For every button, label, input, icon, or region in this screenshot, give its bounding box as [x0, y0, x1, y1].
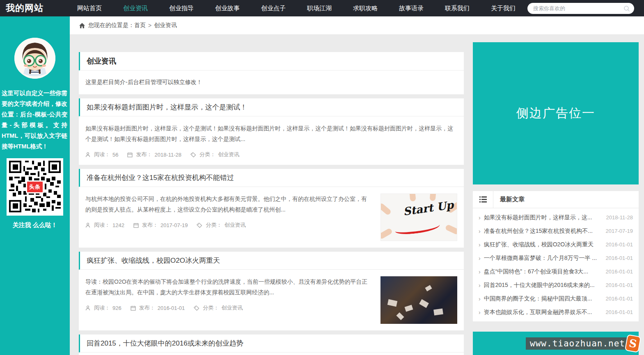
article-title[interactable]: 疯狂扩张、收缩战线，校园O2O冰火两重天: [79, 252, 464, 270]
article-body: Start Up 与杭州本地的投资公司不同，在杭的外地投资机构大多都有美元背景。…: [79, 187, 464, 248]
article-thumbnail-startup[interactable]: Start Up: [380, 193, 457, 241]
article-excerpt: 与杭州本地的投资公司不同，在杭的外地投资机构大多都有美元背景。他们之中，有的在杭…: [85, 193, 372, 215]
latest-articles-header: 最新文章: [473, 191, 639, 208]
latest-item-title: 回首2015，十位大佬眼中的2016或未来的...: [484, 282, 602, 289]
latest-item-title: 中国商界的圈子文化：揭秘中国四大最顶...: [484, 295, 602, 303]
latest-item-date: 2018-11-28: [606, 214, 633, 221]
article-card: 如果没有标题封面图片时，这样显示，这个是测试！ 如果没有标题封面图片时，这样显示…: [79, 98, 464, 165]
chevron-right-icon: ›: [479, 282, 481, 289]
nav-item-news[interactable]: 创业资讯: [112, 0, 158, 16]
top-nav: 我的网站 网站首页 创业资讯 创业指导 创业故事 创业点子 职场江湖 求职攻略 …: [0, 0, 644, 16]
latest-item[interactable]: ›一个草根微商暴富梦破：几个月8万亏一半 ...2016-01-01: [479, 251, 633, 265]
calendar-icon: [131, 305, 136, 311]
chevron-right-icon: ›: [479, 309, 481, 316]
latest-item[interactable]: ›资本也能娱乐化，互联网金融跨界娱乐不...2016-01-01: [479, 305, 633, 319]
main-column: 创业资讯 这里是栏目简介-后台栏目管理可以独立修改！ 如果没有标题封面图片时，这…: [79, 52, 464, 355]
latest-item-date: 2016-01-01: [606, 255, 633, 261]
nav-item-jobhunt[interactable]: 求职攻略: [342, 0, 388, 16]
breadcrumb: 您现在的位置是： 首页 > 创业资讯: [70, 16, 644, 35]
article-title[interactable]: 如果没有标题封面图片时，这样显示，这个是测试！: [79, 98, 464, 116]
thumbnail-text: Start Up: [403, 200, 454, 217]
reads-value: 926: [112, 305, 121, 311]
breadcrumb-separator: >: [148, 22, 151, 29]
nav-item-idea[interactable]: 创业点子: [250, 0, 296, 16]
sidebar-ad-1[interactable]: 侧边广告位一: [473, 42, 639, 184]
tag-icon: [190, 152, 196, 157]
latest-item-title: 资本也能娱乐化，互联网金融跨界娱乐不...: [484, 309, 602, 316]
nav-item-story[interactable]: 创业故事: [204, 0, 250, 16]
article-thumbnail-o2o[interactable]: [380, 276, 457, 324]
content-area: 创业资讯 这里是栏目简介-后台栏目管理可以独立修改！ 如果没有标题封面图片时，这…: [70, 35, 644, 355]
article-body: 导读：校园O2O在资本的催动下将会加速整个行业的洗牌速度，当前一些规模较小、且没…: [79, 270, 464, 330]
nav-item-contact[interactable]: 联系我们: [434, 0, 480, 16]
tag-icon: [197, 223, 202, 228]
article-title[interactable]: 准备在杭州创业？这15家在杭投资机构不能错过: [79, 169, 464, 187]
avatar: [14, 38, 55, 79]
nav-item-home[interactable]: 网站首页: [66, 0, 112, 16]
calendar-icon: [133, 223, 139, 228]
category-label: 分类：: [203, 304, 219, 312]
latest-articles-list: ›如果没有标题封面图片时，这样显示，这...2018-11-28 ›准备在杭州创…: [473, 208, 639, 319]
publish-label: 发布：: [139, 304, 155, 312]
article-title[interactable]: 回首2015，十位大佬眼中的2016或未来的创业趋势: [79, 335, 464, 353]
breadcrumb-current[interactable]: 创业资讯: [154, 22, 177, 29]
search-icon[interactable]: [623, 5, 630, 12]
latest-item[interactable]: ›疯狂扩张、收缩战线，校园O2O冰火两重天2016-01-01: [479, 238, 633, 251]
latest-item-date: 2016-01-01: [606, 296, 633, 302]
article-body: 2016年新年钟声即将敲响，回首2015年，合并潮、倒闭潮、转型、互联网+成为媒…: [79, 353, 464, 355]
category-value[interactable]: 创业资讯: [221, 304, 243, 312]
right-sidebar: 侧边广告位一 最新文章 ›如果没有标题封面图片时，这样显示，这...2018-1…: [473, 42, 639, 355]
nav-item-guide[interactable]: 创业指导: [158, 0, 204, 16]
breadcrumb-home-link[interactable]: 首页: [134, 22, 146, 29]
ad-text: 侧边广告位一: [516, 105, 595, 122]
latest-item-date: 2016-01-01: [606, 282, 633, 288]
category-header-card: 创业资讯 这里是栏目简介-后台栏目管理可以独立修改！: [79, 52, 464, 94]
reads-icon: [85, 223, 91, 228]
chevron-right-icon: ›: [479, 255, 481, 262]
reads-label: 阅读：: [94, 221, 110, 229]
reads-label: 阅读：: [94, 304, 110, 312]
category-value[interactable]: 创业资讯: [224, 221, 245, 229]
site-title[interactable]: 我的网站: [0, 2, 52, 14]
latest-item[interactable]: ›回首2015，十位大佬眼中的2016或未来的...2016-01-01: [479, 278, 633, 292]
reads-label: 阅读：: [94, 151, 110, 158]
page: 我的网站 网站首页 创业资讯 创业指导 创业故事 创业点子 职场江湖 求职攻略 …: [0, 0, 644, 355]
publish-value: 2017-07-19: [160, 222, 188, 228]
latest-item[interactable]: ›盘点“中国特色”：67个创业项目抢食3大...2016-01-01: [479, 265, 633, 278]
calendar-icon: [127, 152, 133, 157]
home-icon: [79, 23, 85, 29]
latest-item-date: 2016-01-01: [606, 241, 633, 248]
article-meta: 阅读：1242 发布：2017-07-19 分类：创业资讯: [85, 221, 372, 229]
article-excerpt: 如果没有标题封面图片时，这样显示，这个是测试！如果没有标题封面图片时，这样显示，…: [85, 123, 457, 144]
watermark: www.tiaozhuan.net S: [526, 335, 640, 352]
category-label: 分类：: [206, 221, 222, 229]
latest-item-title: 疯狂扩张、收缩战线，校园O2O冰火两重天: [484, 241, 602, 248]
latest-item[interactable]: ›如果没有标题封面图片时，这样显示，这...2018-11-28: [479, 211, 633, 224]
reads-icon: [85, 305, 91, 311]
category-label: 分类：: [199, 151, 215, 158]
chevron-right-icon: ›: [479, 228, 481, 234]
search-input[interactable]: [533, 5, 623, 11]
latest-articles-title: 最新文章: [493, 191, 525, 208]
latest-articles-widget: 最新文章 ›如果没有标题封面图片时，这样显示，这...2018-11-28 ›准…: [473, 191, 639, 321]
chevron-right-icon: ›: [479, 214, 481, 221]
category-value[interactable]: 创业资讯: [218, 151, 239, 158]
nav-item-workplace[interactable]: 职场江湖: [296, 0, 342, 16]
nav-item-about[interactable]: 关于我们: [480, 0, 526, 16]
article-excerpt: 导读：校园O2O在资本的催动下将会加速整个行业的洗牌速度，当前一些规模较小、且没…: [85, 276, 372, 298]
article-meta: 阅读：56 发布：2018-11-28 分类：创业资讯: [85, 151, 457, 158]
latest-item[interactable]: ›中国商界的圈子文化：揭秘中国四大最顶...2016-01-01: [479, 292, 633, 305]
publish-label: 发布：: [142, 221, 158, 229]
qr-center-badge: 头条: [26, 180, 44, 193]
latest-item[interactable]: ›准备在杭州创业？这15家在杭投资机构不...2017-07-19: [479, 224, 633, 238]
publish-value: 2016-01-01: [158, 305, 185, 311]
nav-item-quotes[interactable]: 故事语录: [388, 0, 434, 16]
list-icon: [473, 191, 493, 208]
breadcrumb-prefix: 您现在的位置是：: [88, 22, 134, 29]
reads-value: 56: [112, 152, 118, 158]
nav-menu: 网站首页 创业资讯 创业指导 创业故事 创业点子 职场江湖 求职攻略 故事语录 …: [66, 0, 526, 16]
latest-item-date: 2017-07-19: [606, 228, 633, 234]
latest-item-title: 如果没有标题封面图片时，这样显示，这...: [484, 214, 602, 221]
latest-item-date: 2016-01-01: [606, 309, 633, 315]
article-card: 疯狂扩张、收缩战线，校园O2O冰火两重天 导读：校园O2O在资本的催动下将会加速…: [79, 252, 464, 330]
